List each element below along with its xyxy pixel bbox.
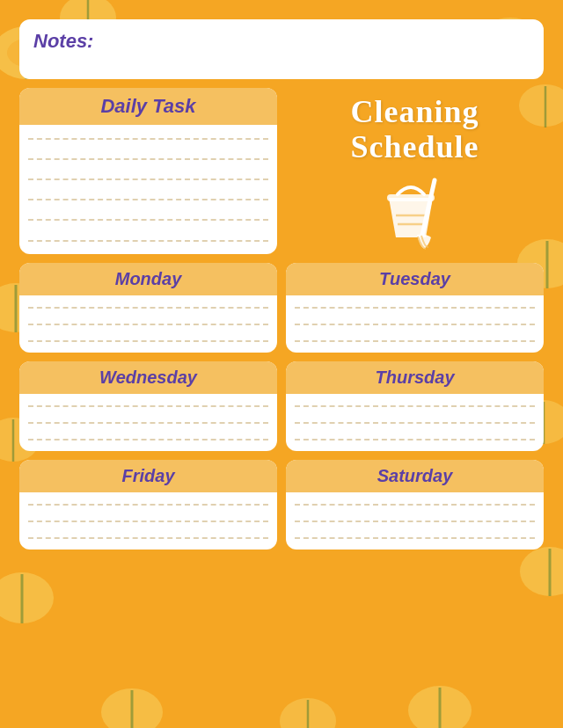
wednesday-card: Wednesday <box>19 361 277 451</box>
monday-card: Monday <box>19 263 277 353</box>
line <box>295 324 535 325</box>
line <box>295 422 535 424</box>
thursday-card: Thursday <box>286 361 544 451</box>
thursday-label: Thursday <box>375 368 454 387</box>
line <box>295 439 535 440</box>
friday-card: Friday <box>19 460 277 550</box>
line <box>28 422 268 424</box>
line <box>28 521 268 522</box>
notes-label: Notes: <box>33 30 93 52</box>
monday-lines <box>19 295 277 353</box>
daily-task-card: Daily Task <box>19 88 277 254</box>
friday-lines <box>19 492 277 550</box>
line-6 <box>28 240 268 242</box>
svg-point-13 <box>0 572 54 623</box>
line <box>28 405 268 407</box>
line-4 <box>28 199 268 200</box>
monday-header: Monday <box>19 263 277 295</box>
saturday-label: Saturday <box>377 466 453 485</box>
cleaning-title: Cleaning Schedule <box>350 95 479 164</box>
cleaning-line2: Schedule <box>350 129 479 164</box>
line-5 <box>28 219 268 221</box>
friday-label: Friday <box>121 466 174 485</box>
wednesday-header: Wednesday <box>19 361 277 394</box>
thursday-header: Thursday <box>286 361 544 394</box>
line <box>28 324 268 325</box>
line <box>295 307 535 309</box>
saturday-lines <box>286 492 544 550</box>
line <box>295 340 535 342</box>
monday-label: Monday <box>115 269 182 288</box>
line <box>295 521 535 522</box>
line-1 <box>28 138 268 140</box>
page: Notes: Daily Task Cleaning <box>0 0 563 728</box>
svg-point-25 <box>408 686 472 728</box>
daily-task-label: Daily Task <box>100 95 195 117</box>
daily-task-header: Daily Task <box>19 88 277 125</box>
daily-task-lines <box>19 125 277 254</box>
tuesday-card: Tuesday <box>286 263 544 353</box>
line <box>28 439 268 440</box>
line <box>295 537 535 539</box>
friday-header: Friday <box>19 460 277 492</box>
days-grid: Monday Tuesday <box>19 263 544 550</box>
line-2 <box>28 158 268 160</box>
svg-rect-27 <box>387 194 435 201</box>
line <box>295 504 535 506</box>
svg-point-19 <box>520 547 563 596</box>
cleaning-line1: Cleaning <box>350 94 479 129</box>
line <box>28 307 268 309</box>
line-3 <box>28 178 268 180</box>
line <box>28 340 268 342</box>
svg-point-21 <box>101 688 163 728</box>
svg-point-23 <box>280 698 336 728</box>
title-area: Cleaning Schedule <box>286 88 544 254</box>
top-row: Daily Task Cleaning Schedule <box>19 88 544 254</box>
wednesday-lines <box>19 394 277 451</box>
saturday-card: Saturday <box>286 460 544 550</box>
tuesday-label: Tuesday <box>379 269 450 288</box>
saturday-header: Saturday <box>286 460 544 492</box>
main-content: Notes: Daily Task Cleaning <box>19 19 544 550</box>
line <box>295 405 535 407</box>
wednesday-label: Wednesday <box>99 368 197 387</box>
tuesday-header: Tuesday <box>286 263 544 295</box>
line <box>28 537 268 539</box>
thursday-lines <box>286 394 544 451</box>
tuesday-lines <box>286 295 544 353</box>
cleaning-icon <box>371 171 459 254</box>
line <box>28 504 268 506</box>
notes-box: Notes: <box>19 19 544 79</box>
